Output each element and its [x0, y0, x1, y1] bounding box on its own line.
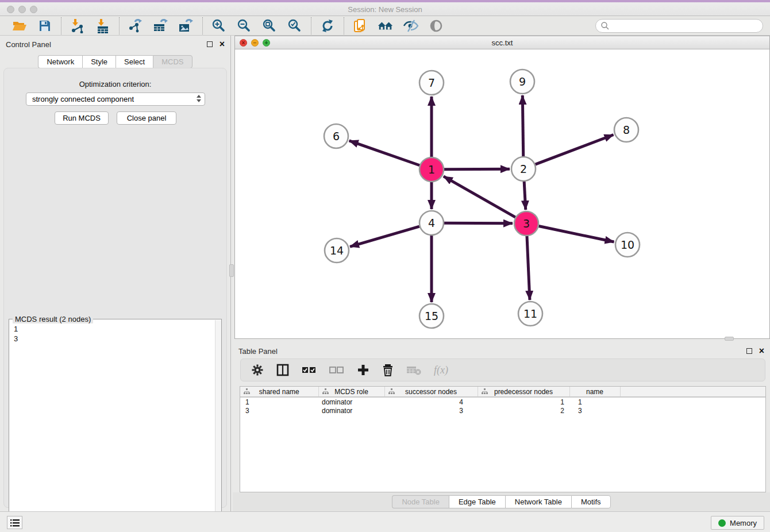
tab-node-table[interactable]: Node Table: [392, 495, 449, 508]
table-row[interactable]: 3dominator323: [240, 406, 765, 415]
graph-edge-2-3[interactable]: [524, 182, 526, 210]
table-cell[interactable]: 1: [569, 397, 620, 406]
close-panel-button[interactable]: Close panel: [117, 111, 176, 125]
table-cell[interactable]: 2: [478, 406, 569, 415]
table-row[interactable]: 1dominator411: [240, 397, 765, 406]
table-panel-title: Table Panel: [238, 347, 278, 356]
graph-edge-1-6[interactable]: [349, 141, 420, 165]
optimization-criterion-select[interactable]: strongly connected component: [26, 92, 205, 106]
mcds-panel: Optimization criterion: strongly connect…: [3, 68, 227, 508]
graph-edge-3-10[interactable]: [539, 226, 614, 242]
zoom-selected-icon[interactable]: [287, 18, 303, 33]
search-input[interactable]: [610, 20, 763, 32]
column-settings-gear-icon[interactable]: [251, 364, 264, 376]
table-panel: Table Panel ×: [233, 342, 770, 511]
graph-edge-1-2[interactable]: [444, 169, 510, 169]
session-title: Session: New Session: [0, 5, 770, 14]
tab-select[interactable]: Select: [116, 55, 153, 68]
add-column-icon[interactable]: [357, 364, 369, 376]
save-session-icon[interactable]: [37, 18, 53, 33]
list-icon: [10, 518, 20, 527]
table-tabs-bar: Node Table Edge Table Network Table Moti…: [233, 492, 770, 511]
network-window-titlebar[interactable]: × − + scc.txt: [235, 36, 769, 49]
splitter-handle-icon[interactable]: [725, 337, 734, 341]
network-canvas-svg[interactable]: 7968124314101511: [235, 49, 769, 338]
table-cell[interactable]: 3: [569, 406, 620, 415]
memory-button[interactable]: Memory: [711, 516, 764, 530]
tab-style[interactable]: Style: [82, 55, 116, 68]
table-cell[interactable]: 3: [240, 406, 318, 415]
node-table-header-row: shared nameMCDS rolesuccessor nodesprede…: [240, 387, 765, 397]
open-session-icon[interactable]: [11, 18, 28, 33]
export-table-icon[interactable]: [153, 18, 169, 33]
app-titlebar: Session: New Session: [0, 0, 770, 16]
graph-node-label: 8: [623, 124, 630, 136]
table-cell[interactable]: 1: [478, 397, 569, 406]
export-image-icon[interactable]: [178, 18, 194, 33]
table-cell[interactable]: dominator: [318, 406, 384, 415]
column-header-shared-name[interactable]: shared name: [240, 387, 318, 397]
close-panel-icon[interactable]: ×: [759, 348, 764, 354]
column-header-label: shared name: [259, 388, 299, 396]
graph-edge-3-1[interactable]: [444, 176, 515, 217]
criterion-value: strongly connected component: [32, 95, 134, 103]
graph-edge-2-9[interactable]: [522, 95, 523, 156]
zoom-out-icon[interactable]: [236, 18, 252, 33]
graph-node-label: 9: [519, 75, 526, 88]
column-header-filler: [620, 387, 765, 397]
graph-node-label: 7: [428, 76, 435, 89]
float-panel-icon[interactable]: [746, 348, 752, 354]
delete-table-icon[interactable]: [406, 364, 421, 376]
delete-column-icon[interactable]: [382, 364, 394, 376]
graph-edge-2-8[interactable]: [536, 135, 614, 165]
export-network-icon[interactable]: [128, 18, 144, 33]
refresh-layout-icon[interactable]: [319, 18, 336, 33]
tab-motifs[interactable]: Motifs: [571, 495, 611, 508]
duplicate-network-icon[interactable]: [352, 18, 368, 33]
table-cell[interactable]: 1: [240, 397, 318, 406]
main-toolbar: [0, 16, 770, 36]
tab-edge-table[interactable]: Edge Table: [449, 495, 505, 508]
mcds-result-box: MCDS result (2 nodes) 1 3: [9, 319, 222, 532]
zoom-in-icon[interactable]: [211, 18, 227, 33]
deselect-all-rows-icon[interactable]: [329, 365, 344, 375]
tab-mcds[interactable]: MCDS: [153, 55, 192, 68]
function-builder-icon[interactable]: f(x): [434, 364, 448, 376]
column-header-label: MCDS role: [334, 388, 368, 396]
graph-node-label: 10: [621, 238, 634, 251]
table-cell[interactable]: 4: [384, 397, 478, 406]
float-panel-icon[interactable]: [207, 41, 213, 47]
graph-node-label: 15: [425, 310, 438, 322]
column-header-mcds-role[interactable]: MCDS role: [318, 387, 384, 397]
memory-label: Memory: [730, 519, 757, 527]
zoom-fit-icon[interactable]: [261, 18, 278, 33]
tab-network-table[interactable]: Network Table: [505, 495, 571, 508]
run-mcds-button[interactable]: Run MCDS: [55, 111, 109, 125]
select-all-rows-icon[interactable]: [302, 365, 317, 375]
home-icon[interactable]: [378, 18, 394, 33]
show-panel-icon[interactable]: [428, 18, 444, 33]
graph-edge-4-14[interactable]: [350, 226, 419, 246]
import-table-icon[interactable]: [95, 18, 111, 33]
tab-network[interactable]: Network: [38, 55, 82, 68]
close-panel-icon[interactable]: ×: [220, 41, 225, 47]
column-header-successor-nodes[interactable]: successor nodes: [384, 387, 478, 397]
table-cell[interactable]: 3: [384, 406, 478, 415]
import-network-icon[interactable]: [70, 18, 86, 33]
graph-node-label: 6: [333, 130, 340, 142]
column-header-predecessor-nodes[interactable]: predecessor nodes: [478, 387, 569, 397]
hide-panels-icon[interactable]: [403, 18, 419, 33]
graph-edge-4-3[interactable]: [444, 223, 513, 223]
table-cell[interactable]: dominator: [318, 397, 384, 406]
column-header-name[interactable]: name: [569, 387, 620, 397]
status-bar: Memory: [0, 511, 770, 532]
column-header-label: predecessor nodes: [494, 388, 553, 396]
network-view-window: × − + scc.txt 7968124314101511: [234, 36, 770, 339]
task-history-button[interactable]: [7, 516, 22, 529]
hierarchy-icon: [322, 388, 329, 396]
column-header-label: name: [586, 388, 603, 396]
show-columns-icon[interactable]: [276, 364, 289, 376]
graph-edge-3-11[interactable]: [527, 236, 530, 300]
result-scrollbar[interactable]: [215, 320, 221, 531]
workspace: Control Panel × Network Style Select MCD…: [0, 36, 770, 511]
